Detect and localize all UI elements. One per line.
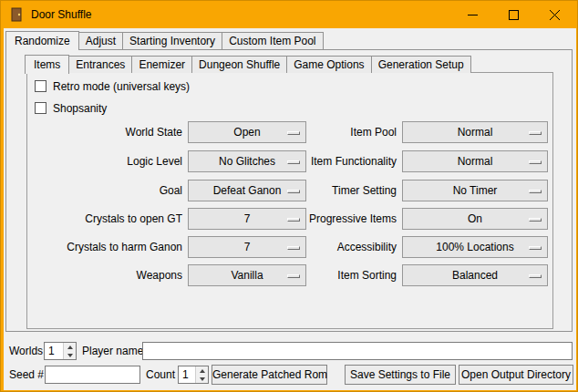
app-window: Door Shuffle Randomize Adjust Starting I… xyxy=(0,0,578,392)
shopsanity-checkbox[interactable] xyxy=(35,102,46,114)
primary-tabbar: Randomize Adjust Starting Inventory Cust… xyxy=(5,29,324,49)
tab-entrances[interactable]: Entrances xyxy=(68,56,132,73)
timer-setting-dropdown[interactable]: No Timer xyxy=(402,180,548,201)
player-names-label: Player names xyxy=(82,342,149,360)
seed-input[interactable] xyxy=(45,366,140,384)
window-controls xyxy=(452,1,575,28)
item-pool-dropdown[interactable]: Normal xyxy=(402,121,548,143)
window-title: Door Shuffle xyxy=(31,8,92,21)
item-sorting-label: Item Sorting xyxy=(294,264,397,286)
accessibility-label: Accessibility xyxy=(294,236,397,258)
dropdown-indicator-icon xyxy=(529,218,542,222)
minimize-button[interactable] xyxy=(452,1,493,28)
item-functionality-dropdown[interactable]: Normal xyxy=(402,150,548,172)
dropdown-indicator-icon xyxy=(529,160,542,164)
dropdown-indicator-icon xyxy=(529,190,542,193)
count-stepper[interactable]: 1 xyxy=(178,366,209,384)
world-state-label: World State xyxy=(27,121,182,143)
count-stepper-buttons xyxy=(195,366,208,383)
dropdown-indicator-icon xyxy=(529,246,542,250)
item-functionality-label: Item Functionality xyxy=(294,150,397,172)
item-pool-label: Item Pool xyxy=(294,121,397,143)
count-label: Count xyxy=(146,366,175,384)
crystals-ganon-dropdown[interactable]: 7 xyxy=(188,236,306,258)
spin-up-icon[interactable] xyxy=(196,366,208,375)
tab-starting-inventory[interactable]: Starting Inventory xyxy=(122,32,222,49)
worlds-stepper-buttons xyxy=(63,343,76,359)
tab-dungeon-shuffle[interactable]: Dungeon Shuffle xyxy=(191,56,287,73)
spin-down-icon[interactable] xyxy=(64,351,76,359)
timer-setting-label: Timer Setting xyxy=(294,180,397,201)
secondary-tabbar: Items Entrances Enemizer Dungeon Shuffle… xyxy=(25,53,471,73)
shopsanity-label: Shopsanity xyxy=(53,101,107,116)
tab-game-options[interactable]: Game Options xyxy=(286,56,371,73)
save-settings-button[interactable]: Save Settings to File xyxy=(345,365,456,385)
crystals-gt-dropdown[interactable]: 7 xyxy=(188,208,306,230)
worlds-stepper[interactable]: 1 xyxy=(44,342,77,360)
dropdown-indicator-icon xyxy=(529,274,542,278)
items-pane: Retro mode (universal keys) Shopsanity W… xyxy=(26,72,553,329)
retro-mode-checkbox[interactable] xyxy=(35,80,46,92)
tab-custom-item-pool[interactable]: Custom Item Pool xyxy=(222,32,323,49)
app-icon xyxy=(9,7,24,22)
tab-randomize[interactable]: Randomize xyxy=(5,31,79,50)
goal-dropdown[interactable]: Defeat Ganon xyxy=(188,180,306,201)
tab-enemizer[interactable]: Enemizer xyxy=(131,56,192,73)
goal-label: Goal xyxy=(27,180,182,201)
dropdown-indicator-icon xyxy=(529,131,542,135)
spin-up-icon[interactable] xyxy=(64,343,76,351)
tab-items[interactable]: Items xyxy=(25,55,69,74)
client-area: Randomize Adjust Starting Inventory Cust… xyxy=(4,28,576,390)
spin-down-icon[interactable] xyxy=(196,375,208,383)
weapons-label: Weapons xyxy=(27,264,182,286)
progressive-items-label: Progressive Items xyxy=(294,208,397,230)
weapons-dropdown[interactable]: Vanilla xyxy=(188,264,306,286)
logic-level-label: Logic Level xyxy=(27,150,182,172)
maximize-button[interactable] xyxy=(493,1,534,28)
open-output-directory-button[interactable]: Open Output Directory xyxy=(459,365,573,385)
close-button[interactable] xyxy=(534,1,575,28)
world-state-dropdown[interactable]: Open xyxy=(188,121,306,143)
crystals-gt-label: Crystals to open GT xyxy=(27,208,182,230)
seed-label: Seed # xyxy=(9,366,44,384)
randomize-pane: Items Entrances Enemizer Dungeon Shuffle… xyxy=(5,49,573,332)
tab-adjust[interactable]: Adjust xyxy=(78,32,123,49)
logic-level-dropdown[interactable]: No Glitches xyxy=(188,150,306,172)
worlds-label: Worlds xyxy=(9,342,43,360)
item-sorting-dropdown[interactable]: Balanced xyxy=(402,264,548,286)
titlebar: Door Shuffle xyxy=(1,1,577,28)
crystals-ganon-label: Crystals to harm Ganon xyxy=(27,236,182,258)
generate-patched-rom-button[interactable]: Generate Patched Rom xyxy=(212,365,327,385)
retro-mode-label: Retro mode (universal keys) xyxy=(53,79,190,94)
accessibility-dropdown[interactable]: 100% Locations xyxy=(402,236,548,258)
tab-generation-setup[interactable]: Generation Setup xyxy=(371,56,471,73)
player-names-input[interactable] xyxy=(142,342,573,360)
progressive-items-dropdown[interactable]: On xyxy=(402,208,548,230)
